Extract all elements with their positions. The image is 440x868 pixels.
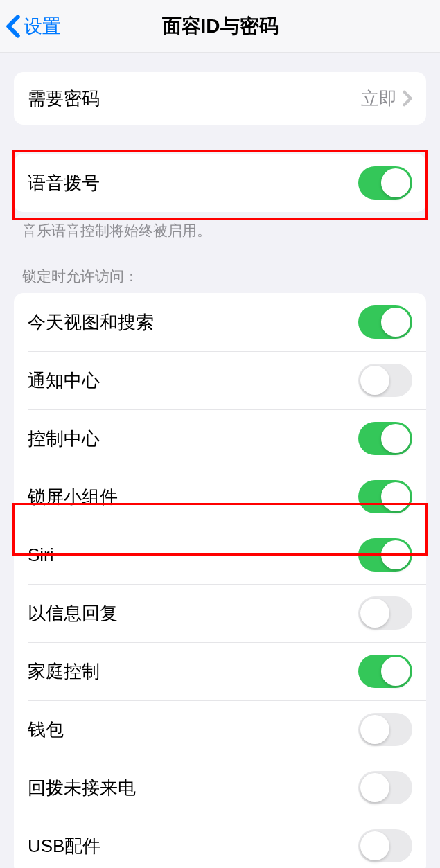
require-passcode-row[interactable]: 需要密码 立即: [14, 72, 426, 125]
toggle-knob: [360, 599, 389, 628]
lock-access-label: 钱包: [28, 718, 64, 742]
toggle-knob: [381, 482, 410, 511]
toggle-knob: [381, 308, 410, 337]
lock-access-toggle[interactable]: [358, 538, 412, 572]
lock-access-label: 回拨未接来电: [28, 776, 136, 800]
toggle-knob: [360, 366, 389, 395]
lock-access-label: USB配件: [28, 834, 100, 858]
lock-access-toggle[interactable]: [358, 305, 412, 339]
lock-access-label: 通知中心: [28, 369, 100, 393]
lock-access-label: Siri: [28, 544, 54, 566]
lock-access-row: 控制中心: [14, 409, 426, 468]
voice-dial-footer: 音乐语音控制将始终被启用。: [0, 212, 440, 240]
lock-access-row: 今天视图和搜索: [14, 293, 426, 351]
lock-access-toggle[interactable]: [358, 655, 412, 688]
lock-access-header: 锁定时允许访问：: [0, 267, 440, 293]
lock-access-label: 控制中心: [28, 427, 100, 451]
voice-dial-toggle[interactable]: [358, 166, 412, 200]
lock-access-row: 钱包: [14, 700, 426, 759]
lock-access-row: Siri: [14, 526, 426, 584]
lock-access-row: 家庭控制: [14, 642, 426, 700]
lock-access-toggle[interactable]: [358, 422, 412, 455]
lock-access-toggle[interactable]: [358, 364, 412, 397]
toggle-knob: [360, 715, 389, 744]
voice-dial-label: 语音拨号: [28, 171, 100, 195]
lock-access-label: 今天视图和搜索: [28, 310, 154, 335]
lock-access-toggle[interactable]: [358, 596, 412, 630]
back-button[interactable]: 设置: [0, 14, 61, 39]
toggle-knob: [381, 540, 410, 569]
lock-access-row: 通知中心: [14, 351, 426, 409]
lock-access-toggle[interactable]: [358, 771, 412, 804]
voice-dial-row: 语音拨号: [14, 154, 426, 212]
back-label: 设置: [24, 14, 61, 39]
toggle-knob: [381, 657, 410, 686]
lock-access-label: 家庭控制: [28, 659, 100, 684]
chevron-right-icon: [403, 90, 412, 107]
lock-access-row: USB配件: [14, 817, 426, 868]
lock-access-toggle[interactable]: [358, 829, 412, 862]
chevron-left-icon: [6, 15, 21, 38]
lock-access-toggle[interactable]: [358, 480, 412, 513]
lock-access-row: 回拨未接来电: [14, 759, 426, 817]
lock-access-row: 以信息回复: [14, 584, 426, 642]
toggle-knob: [360, 773, 389, 802]
header-bar: 设置 面容ID与密码: [0, 0, 440, 53]
lock-access-row: 锁屏小组件: [14, 468, 426, 526]
require-passcode-label: 需要密码: [28, 87, 100, 111]
toggle-knob: [381, 168, 410, 197]
toggle-knob: [381, 424, 410, 453]
lock-access-label: 锁屏小组件: [28, 485, 118, 509]
require-passcode-value: 立即: [361, 87, 397, 111]
toggle-knob: [360, 831, 389, 860]
lock-access-toggle[interactable]: [358, 713, 412, 746]
page-title: 面容ID与密码: [162, 13, 279, 39]
lock-access-label: 以信息回复: [28, 601, 118, 626]
